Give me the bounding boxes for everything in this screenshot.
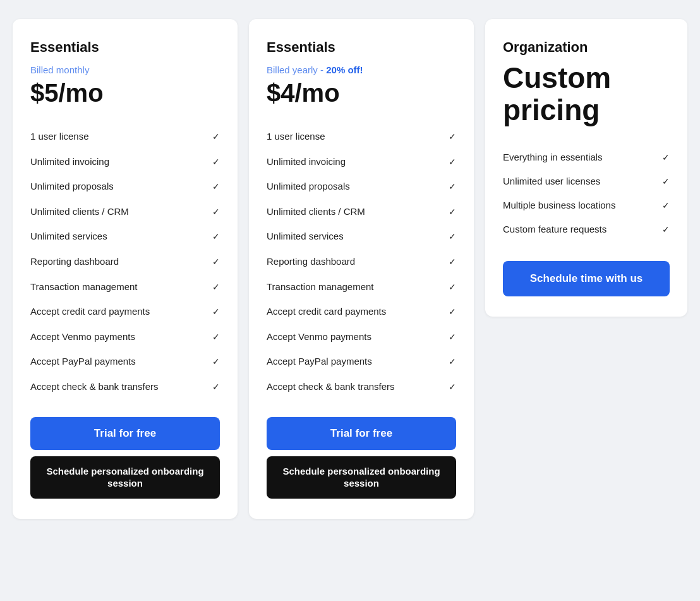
check-icon: ✓ xyxy=(212,306,220,319)
list-item: Transaction management✓ xyxy=(30,274,220,300)
check-icon: ✓ xyxy=(212,131,220,143)
billing-label-monthly: Billed monthly xyxy=(30,64,220,75)
check-icon: ✓ xyxy=(212,156,220,169)
trial-free-button-monthly[interactable]: Trial for free xyxy=(30,417,220,450)
org-plan-name: Organization xyxy=(503,39,670,56)
schedule-time-button[interactable]: Schedule time with us xyxy=(503,261,670,296)
list-item: Unlimited proposals✓ xyxy=(267,174,456,199)
price-monthly: $5/mo xyxy=(30,79,220,107)
check-icon: ✓ xyxy=(662,152,670,162)
onboard-button-yearly[interactable]: Schedule personalized onboarding session xyxy=(267,456,456,499)
check-icon: ✓ xyxy=(212,331,220,344)
organization-card: Organization Custom pricing Everything i… xyxy=(485,19,687,317)
org-features-list: Everything in essentials✓ Unlimited user… xyxy=(503,145,670,241)
check-icon: ✓ xyxy=(212,381,220,394)
price-yearly: $4/mo xyxy=(267,79,456,107)
check-icon: ✓ xyxy=(662,224,670,234)
org-price: Custom pricing xyxy=(503,62,670,126)
plan-name-yearly: Essentials xyxy=(267,39,456,56)
list-item: Transaction management✓ xyxy=(267,274,456,300)
check-icon: ✓ xyxy=(449,181,456,193)
list-item: Everything in essentials✓ xyxy=(503,145,670,169)
onboard-button-monthly[interactable]: Schedule personalized onboarding session xyxy=(30,456,220,499)
list-item: Accept check & bank transfers✓ xyxy=(267,374,456,399)
plan-name-monthly: Essentials xyxy=(30,39,220,56)
list-item: Multiple business locations✓ xyxy=(503,193,670,217)
check-icon: ✓ xyxy=(449,256,456,269)
check-icon: ✓ xyxy=(449,356,456,368)
check-icon: ✓ xyxy=(449,281,456,294)
essentials-monthly-card: Essentials Billed monthly $5/mo 1 user l… xyxy=(13,19,238,519)
check-icon: ✓ xyxy=(212,256,220,269)
list-item: Unlimited user licenses✓ xyxy=(503,169,670,193)
list-item: Unlimited invoicing✓ xyxy=(30,149,220,174)
check-icon: ✓ xyxy=(212,206,220,219)
list-item: Unlimited proposals✓ xyxy=(30,174,220,199)
list-item: Accept credit card payments✓ xyxy=(30,299,220,324)
list-item: Unlimited services✓ xyxy=(267,224,456,249)
list-item: Custom feature requests✓ xyxy=(503,217,670,241)
list-item: Unlimited clients / CRM✓ xyxy=(30,199,220,224)
check-icon: ✓ xyxy=(449,306,456,319)
list-item: Unlimited clients / CRM✓ xyxy=(267,199,456,224)
check-icon: ✓ xyxy=(449,206,456,219)
list-item: Unlimited invoicing✓ xyxy=(267,149,456,174)
check-icon: ✓ xyxy=(449,331,456,344)
billing-label-yearly: Billed yearly - 20% off! xyxy=(267,64,456,75)
check-icon: ✓ xyxy=(212,281,220,294)
essentials-yearly-card: Essentials Billed yearly - 20% off! $4/m… xyxy=(249,19,474,519)
list-item: Accept check & bank transfers✓ xyxy=(30,374,220,399)
check-icon: ✓ xyxy=(212,181,220,193)
list-item: Accept credit card payments✓ xyxy=(267,299,456,324)
check-icon: ✓ xyxy=(662,200,670,210)
check-icon: ✓ xyxy=(662,176,670,186)
list-item: 1 user license✓ xyxy=(267,124,456,149)
list-item: Reporting dashboard✓ xyxy=(30,249,220,274)
list-item: Reporting dashboard✓ xyxy=(267,249,456,274)
list-item: 1 user license✓ xyxy=(30,124,220,149)
list-item: Unlimited services✓ xyxy=(30,224,220,249)
trial-free-button-yearly[interactable]: Trial for free xyxy=(267,417,456,450)
check-icon: ✓ xyxy=(449,156,456,169)
features-list-yearly: 1 user license✓ Unlimited invoicing✓ Unl… xyxy=(267,124,456,399)
list-item: Accept PayPal payments✓ xyxy=(30,349,220,374)
check-icon: ✓ xyxy=(212,356,220,368)
check-icon: ✓ xyxy=(449,381,456,394)
check-icon: ✓ xyxy=(212,231,220,243)
list-item: Accept PayPal payments✓ xyxy=(267,349,456,374)
list-item: Accept Venmo payments✓ xyxy=(267,324,456,349)
check-icon: ✓ xyxy=(449,131,456,143)
pricing-container: Essentials Billed monthly $5/mo 1 user l… xyxy=(13,19,687,519)
features-list-monthly: 1 user license✓ Unlimited invoicing✓ Unl… xyxy=(30,124,220,399)
check-icon: ✓ xyxy=(449,231,456,243)
list-item: Accept Venmo payments✓ xyxy=(30,324,220,349)
